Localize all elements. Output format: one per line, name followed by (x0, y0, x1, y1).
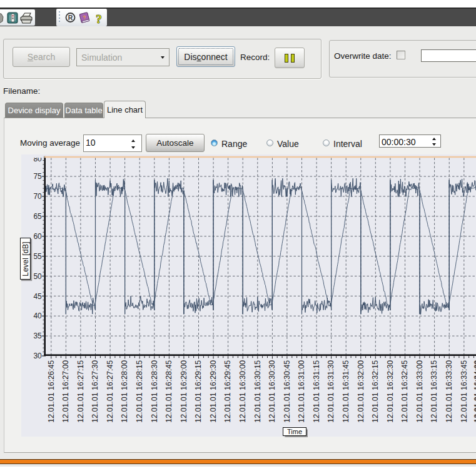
svg-text:12.01.01 16:33:30: 12.01.01 16:33:30 (445, 360, 453, 423)
svg-text:?: ? (96, 13, 102, 26)
svg-text:75: 75 (33, 172, 42, 181)
svg-text:12.01.01 16:27:45: 12.01.01 16:27:45 (106, 360, 114, 423)
svg-text:12.01.01 16:30:15: 12.01.01 16:30:15 (253, 360, 262, 423)
svg-text:12.01.01 16:28:15: 12.01.01 16:28:15 (135, 360, 144, 423)
svg-text:R: R (68, 14, 73, 21)
svg-text:12.01.01 16:31:15: 12.01.01 16:31:15 (312, 360, 321, 423)
svg-text:12.01.01 16:29:45: 12.01.01 16:29:45 (223, 360, 232, 423)
svg-text:12.01.01 16:34:00: 12.01.01 16:34:00 (473, 360, 476, 423)
svg-text:65: 65 (33, 212, 42, 221)
svg-text:12.01.01 16:27:15: 12.01.01 16:27:15 (76, 360, 85, 423)
svg-text:60: 60 (33, 232, 42, 241)
svg-text:80: 80 (33, 154, 42, 163)
svg-text:12.01.01 16:31:30: 12.01.01 16:31:30 (327, 360, 335, 423)
svg-text:40: 40 (33, 311, 42, 320)
svg-text:12.01.01 16:30:30: 12.01.01 16:30:30 (268, 360, 276, 423)
svg-text:12.01.01 16:28:00: 12.01.01 16:28:00 (120, 360, 129, 423)
svg-text:12.01.01 16:32:30: 12.01.01 16:32:30 (386, 360, 395, 423)
svg-text:12.01.01 16:28:45: 12.01.01 16:28:45 (165, 360, 173, 423)
svg-text:12.01.01 16:33:15: 12.01.01 16:33:15 (430, 360, 438, 423)
svg-text:35: 35 (33, 332, 42, 340)
svg-text:12.01.01 16:29:15: 12.01.01 16:29:15 (194, 360, 203, 423)
svg-text:12.01.01 16:31:00: 12.01.01 16:31:00 (297, 360, 306, 423)
svg-text:12.01.01 16:32:15: 12.01.01 16:32:15 (371, 360, 380, 423)
svg-text:45: 45 (33, 292, 42, 301)
svg-text:12.01.01 16:32:00: 12.01.01 16:32:00 (357, 360, 365, 423)
svg-text:12.01.01 16:31:45: 12.01.01 16:31:45 (342, 360, 350, 423)
svg-text:12.01.01 16:27:00: 12.01.01 16:27:00 (61, 360, 70, 423)
svg-text:12.01.01 16:30:00: 12.01.01 16:30:00 (238, 360, 247, 423)
svg-text:12.01.01 16:32:45: 12.01.01 16:32:45 (400, 360, 409, 423)
svg-text:12.01.01 16:33:45: 12.01.01 16:33:45 (460, 360, 468, 423)
svg-text:12.01.01 16:30:45: 12.01.01 16:30:45 (283, 360, 291, 423)
svg-text:12.01.01 16:28:30: 12.01.01 16:28:30 (150, 360, 159, 423)
svg-text:70: 70 (33, 192, 42, 201)
svg-text:30: 30 (33, 352, 42, 360)
svg-text:50: 50 (33, 272, 42, 281)
svg-text:12.01.01 16:29:30: 12.01.01 16:29:30 (209, 360, 218, 423)
svg-text:12.01.01 16:26:45: 12.01.01 16:26:45 (47, 360, 56, 423)
svg-text:12.01.01 16:33:00: 12.01.01 16:33:00 (415, 360, 424, 423)
svg-text:12.01.01 16:27:30: 12.01.01 16:27:30 (91, 360, 99, 423)
svg-text:55: 55 (33, 252, 42, 261)
svg-text:12.01.01 16:29:00: 12.01.01 16:29:00 (180, 360, 188, 423)
